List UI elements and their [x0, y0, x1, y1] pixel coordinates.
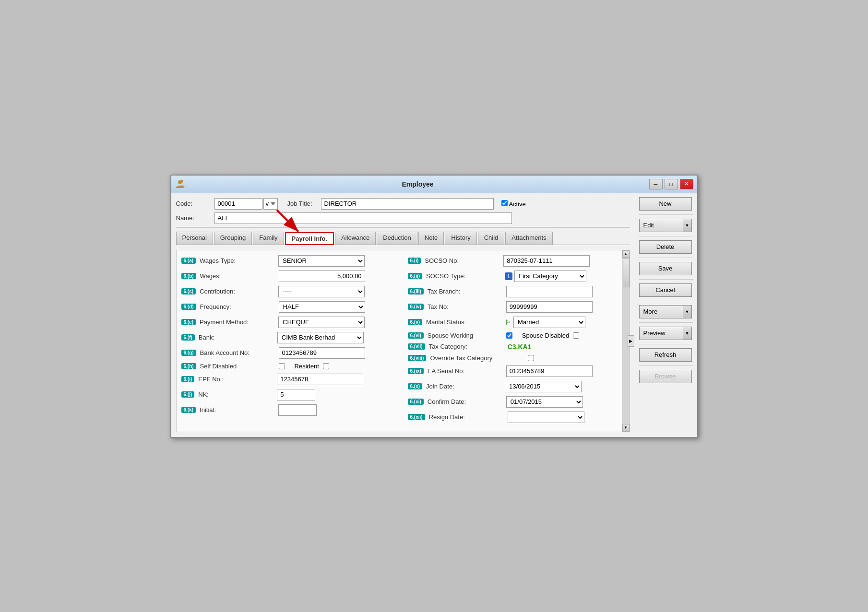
join-date-row: 6.(x) Join Date: 13/06/2015	[408, 381, 625, 392]
code-dropdown[interactable]: v	[263, 198, 278, 210]
tab-family[interactable]: Family	[253, 232, 284, 245]
tab-payroll[interactable]: Payroll Info.	[285, 232, 334, 245]
tab-attachments[interactable]: Attachments	[505, 232, 552, 245]
socso-type-row: 6.(ii) SOCSO Type: 1 First CategorySecon…	[408, 271, 625, 282]
scroll-down-button[interactable]: ▼	[622, 424, 630, 432]
expand-button[interactable]: ▶	[628, 335, 634, 347]
socso-no-input[interactable]	[503, 255, 590, 267]
delete-button[interactable]: Delete	[639, 240, 692, 254]
wages-label: Wages:	[200, 272, 277, 280]
bank-account-input[interactable]	[279, 347, 365, 359]
frequency-select[interactable]: HALFMONTHLYWEEKLY	[279, 301, 365, 313]
window-title: Employee	[187, 180, 649, 188]
close-button[interactable]: ✕	[680, 179, 693, 189]
scroll-thumb[interactable]	[623, 259, 630, 287]
socso-no-label: SOCSO No:	[425, 257, 501, 264]
resident-label: Resident	[295, 363, 319, 370]
main-content: Code: v Job Title: Active Name:	[171, 193, 635, 437]
payroll-panel: 6.(a) Wages Type: SENIORJUNIORPART-TIME …	[176, 250, 630, 432]
marital-select[interactable]: MarriedSingleDivorced	[513, 317, 585, 328]
tab-note[interactable]: Note	[418, 232, 444, 245]
tab-personal[interactable]: Personal	[176, 232, 213, 245]
browse-button[interactable]: Browse	[639, 370, 692, 383]
edit-button[interactable]: Edit	[640, 219, 683, 232]
wages-type-select[interactable]: SENIORJUNIORPART-TIME	[278, 255, 365, 267]
epf-input[interactable]	[277, 374, 363, 385]
badge-socso-no: 6.(i)	[408, 258, 421, 264]
confirm-date-label: Confirm Date:	[428, 398, 504, 405]
badge-tax-branch: 6.(iii)	[408, 288, 424, 294]
cancel-button[interactable]: Cancel	[639, 283, 692, 297]
override-tax-checkbox[interactable]	[528, 355, 534, 361]
new-button[interactable]: New	[639, 197, 692, 211]
payroll-left: 6.(a) Wages Type: SENIORJUNIORPART-TIME …	[181, 255, 398, 427]
nk-input[interactable]	[277, 389, 315, 400]
spouse-disabled-checkbox[interactable]	[573, 332, 579, 339]
divider-3	[639, 258, 693, 258]
marital-wrap: 🏳 MarriedSingleDivorced	[505, 317, 585, 328]
confirm-date-select[interactable]: 01/07/2015	[506, 396, 583, 408]
tax-no-input[interactable]	[506, 301, 593, 313]
tab-grouping[interactable]: Grouping	[214, 232, 252, 245]
wages-input[interactable]	[279, 271, 365, 282]
badge-tax-category: 6.(vii)	[408, 343, 425, 350]
resident-checkbox[interactable]	[323, 363, 329, 369]
minimize-button[interactable]: ─	[649, 179, 663, 189]
name-input[interactable]	[214, 212, 512, 224]
badge-initial: 6.(k)	[181, 407, 196, 413]
more-dropdown-arrow[interactable]: ▼	[683, 306, 691, 318]
preview-dropdown-arrow[interactable]: ▼	[683, 327, 691, 340]
tax-branch-input[interactable]	[506, 286, 593, 297]
job-title-input[interactable]	[321, 198, 494, 210]
resign-date-label: Resign Date:	[429, 413, 506, 421]
contribution-select[interactable]: ----EPFKWSP	[278, 286, 365, 297]
socso-type-select[interactable]: First CategorySecond Category	[514, 271, 586, 282]
bank-select[interactable]: CIMB Bank BerhadMaybankPublic Bank	[277, 332, 364, 343]
refresh-button[interactable]: Refresh	[639, 348, 692, 362]
edit-dropdown-arrow[interactable]: ▼	[683, 219, 691, 232]
frequency-row: 6.(d) Frequency: HALFMONTHLYWEEKLY	[181, 301, 398, 313]
save-button[interactable]: Save	[639, 262, 692, 275]
name-row: Name:	[176, 212, 630, 224]
divider-2	[639, 236, 693, 236]
edit-button-group: Edit ▼	[639, 219, 692, 232]
spouse-working-checkbox[interactable]	[506, 332, 512, 339]
sidebar: New Edit ▼ Delete Save Cancel More ▼ Pre…	[635, 193, 697, 437]
divider-6	[639, 322, 693, 323]
svg-point-1	[180, 180, 183, 183]
resign-date-select[interactable]	[508, 412, 584, 423]
badge-override-tax: 6.(viii)	[408, 355, 427, 361]
initial-label: Initial:	[200, 406, 276, 413]
tab-allowance[interactable]: Allowance	[335, 232, 376, 245]
job-title-label: Job Title:	[287, 200, 321, 207]
initial-input[interactable]	[278, 404, 317, 416]
badge-nk: 6.(j)	[181, 391, 195, 398]
tab-child[interactable]: Child	[478, 232, 505, 245]
main-window: Employee ─ □ ✕ Code: v Job Title: Active…	[170, 175, 698, 438]
preview-button[interactable]: Preview	[640, 327, 683, 340]
maximize-button[interactable]: □	[665, 179, 678, 189]
join-date-select[interactable]: 13/06/2015	[505, 381, 582, 392]
divider-8	[639, 365, 693, 366]
ea-serial-row: 6.(ix) EA Serial No:	[408, 365, 625, 377]
epf-row: 6.(i) EPF No :	[181, 374, 398, 385]
code-input[interactable]	[214, 198, 262, 210]
tax-branch-label: Tax Branch:	[428, 288, 504, 295]
nk-row: 6.(j) NK:	[181, 389, 398, 400]
title-buttons: ─ □ ✕	[649, 179, 693, 189]
ea-serial-input[interactable]	[506, 365, 593, 377]
payment-select[interactable]: CHEQUECASHBANK TRANSFER	[278, 317, 365, 328]
badge-join-date: 6.(x)	[408, 383, 423, 389]
active-checkbox[interactable]	[501, 200, 508, 206]
tab-history[interactable]: History	[445, 232, 476, 245]
badge-spouse: 6.(vi)	[408, 332, 424, 339]
self-disabled-label: Self Disabled	[200, 363, 277, 370]
divider-5	[639, 301, 693, 301]
bank-account-row: 6.(g) Bank Account No:	[181, 347, 398, 359]
self-disabled-checkbox[interactable]	[279, 363, 285, 369]
badge-confirm-date: 6.(xi)	[408, 399, 424, 405]
more-button[interactable]: More	[640, 306, 683, 318]
scroll-up-button[interactable]: ▲	[622, 250, 630, 258]
active-label: Active	[509, 200, 525, 208]
tab-deduction[interactable]: Deduction	[377, 232, 417, 245]
